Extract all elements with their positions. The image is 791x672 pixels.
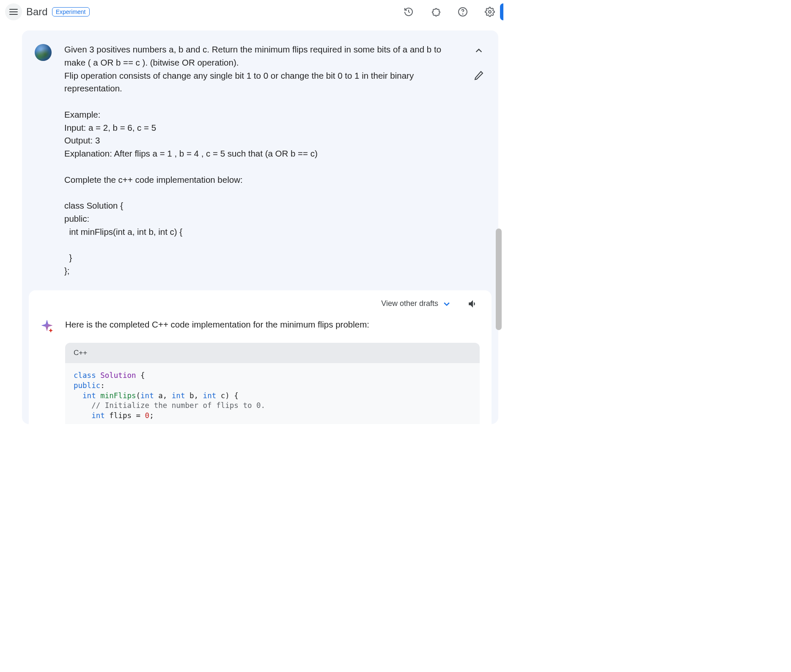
gear-icon <box>485 7 495 17</box>
speaker-icon <box>467 298 478 309</box>
menu-button[interactable] <box>5 3 22 20</box>
code-content: class Solution { public: int minFlips(in… <box>65 363 480 424</box>
help-icon <box>458 7 468 17</box>
view-drafts-button[interactable]: View other drafts <box>381 299 451 308</box>
response-intro: Here is the completed C++ code implement… <box>65 318 480 331</box>
user-avatar <box>35 44 52 61</box>
help-button[interactable] <box>454 3 471 20</box>
svg-point-1 <box>463 14 463 14</box>
code-language-label: C++ <box>65 343 480 363</box>
response-section: View other drafts <box>29 290 492 424</box>
scrollbar-track[interactable] <box>497 25 503 427</box>
experiment-badge: Experiment <box>52 7 90 17</box>
collapse-button[interactable] <box>471 43 486 58</box>
hamburger-icon <box>9 9 18 15</box>
code-block: C++ class Solution { public: int minFlip… <box>65 343 480 424</box>
profile-avatar-edge[interactable] <box>500 3 503 20</box>
view-drafts-label: View other drafts <box>381 299 438 308</box>
svg-point-2 <box>489 11 491 13</box>
extensions-button[interactable] <box>427 3 444 20</box>
sparkle-icon <box>40 318 55 333</box>
app-title: Bard <box>26 6 48 18</box>
settings-button[interactable] <box>481 3 498 20</box>
pencil-icon <box>474 70 484 80</box>
scrollbar-thumb[interactable] <box>496 229 502 330</box>
history-button[interactable] <box>400 3 417 20</box>
chevron-up-icon <box>474 46 483 55</box>
user-message-text: Given 3 positives numbers a, b and c. Re… <box>64 43 448 278</box>
user-message: Given 3 positives numbers a, b and c. Re… <box>22 30 498 290</box>
puzzle-icon <box>431 7 441 17</box>
speaker-button[interactable] <box>466 297 480 311</box>
chevron-down-icon <box>442 300 451 308</box>
history-icon <box>404 7 414 17</box>
chat-container: Given 3 positives numbers a, b and c. Re… <box>22 30 498 424</box>
edit-button[interactable] <box>471 68 486 83</box>
